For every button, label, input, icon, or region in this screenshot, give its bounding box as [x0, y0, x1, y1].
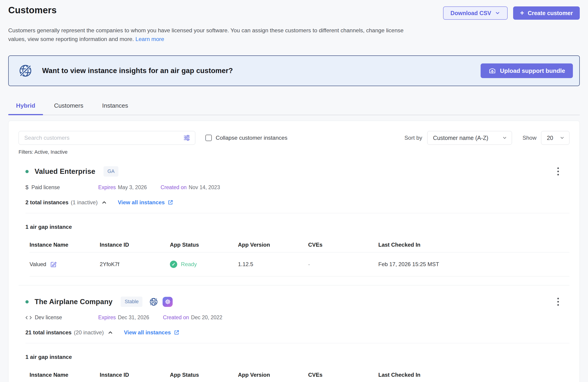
show-value: 20 [547, 135, 553, 141]
external-link-icon [167, 199, 173, 205]
chevron-down-icon [495, 10, 500, 16]
search-box [19, 131, 195, 145]
created-item: Created onDec 20, 2022 [163, 315, 223, 321]
license-type-label: Dev license [35, 315, 62, 321]
active-filters-text: Filters: Active, Inactive [19, 149, 569, 155]
expires-item: ExpiresMay 3, 2026 [98, 184, 147, 191]
page-description: Customers generally represent the compan… [8, 26, 418, 43]
learn-more-link[interactable]: Learn more [136, 36, 164, 42]
filter-sliders-icon[interactable] [183, 134, 190, 142]
show-control: Show 20 [523, 131, 569, 145]
divider [25, 213, 569, 213]
instances-summary-row: 2 total instances (1 inactive) View all … [25, 199, 569, 206]
sort-by-value: Customer name (A-Z) [433, 135, 488, 141]
sort-by-control: Sort by Customer name (A-Z) [404, 131, 512, 145]
col-app-version: App Version [238, 367, 308, 382]
instances-table: Instance Name Instance ID App Status App… [30, 236, 569, 276]
table-header-row: Instance Name Instance ID App Status App… [30, 367, 569, 382]
download-csv-button[interactable]: Download CSV [443, 6, 508, 20]
create-customer-button[interactable]: + Create customer [513, 6, 580, 20]
cves-value: - [308, 252, 378, 276]
col-last-checked-in: Last Checked In [378, 236, 569, 252]
view-all-instances-label: View all instances [124, 329, 171, 336]
upload-support-bundle-button[interactable]: Upload support bundle [481, 64, 573, 78]
col-instance-name: Instance Name [30, 236, 100, 252]
customer-header: The Airplane Company Stable ☸ [25, 296, 569, 308]
created-on-label: Created on [163, 315, 189, 320]
customer-name[interactable]: Valued Enterprise [35, 168, 95, 176]
active-status-dot [25, 300, 29, 303]
download-csv-label: Download CSV [450, 10, 491, 17]
customer-section-airplane-company: The Airplane Company Stable ☸ [19, 296, 569, 382]
col-app-status: App Status [170, 236, 238, 252]
license-type-label: Paid license [31, 184, 60, 191]
dollar-icon: $ [25, 184, 28, 191]
customer-meta: $ Paid license ExpiresMay 3, 2026 Create… [25, 184, 569, 191]
customer-meta: Dev license ExpiresDec 31, 2026 Created … [25, 315, 569, 321]
show-label: Show [523, 135, 536, 141]
view-all-instances-link[interactable]: View all instances [118, 199, 173, 206]
collapse-instances-control: Collapse customer instances [205, 135, 287, 141]
edit-instance-name-icon[interactable] [50, 261, 57, 268]
external-link-icon [174, 330, 180, 336]
channel-badge: GA [104, 166, 118, 177]
show-select[interactable]: 20 [541, 131, 569, 145]
instances-table: Instance Name Instance ID App Status App… [30, 367, 569, 382]
instance-id: 2YfoK7f [100, 252, 170, 276]
total-instances-count: 21 total instances [25, 329, 71, 336]
plus-icon: + [520, 9, 524, 16]
tab-hybrid[interactable]: Hybrid [8, 98, 43, 115]
tab-instances[interactable]: Instances [94, 98, 136, 115]
view-all-instances-label: View all instances [118, 199, 165, 206]
collapse-instances-label: Collapse customer instances [216, 135, 287, 141]
customer-section-valued-enterprise: Valued Enterprise GA $ Paid license Expi… [19, 166, 569, 276]
airgap-instances-heading: 1 air gap instance [25, 354, 569, 360]
upload-icon [488, 67, 496, 75]
instance-name: Valued [30, 261, 46, 268]
customer-separator [19, 285, 569, 285]
inactive-instances-count: (20 inactive) [74, 329, 104, 336]
app-status: Ready [181, 261, 197, 268]
app-version: 1.12.5 [238, 252, 308, 276]
airgap-globe-icon [18, 63, 33, 78]
license-type: Dev license [25, 315, 98, 321]
customer-name[interactable]: The Airplane Company [35, 298, 112, 306]
collapse-toggle-chevron-up-icon[interactable] [101, 199, 107, 205]
view-all-instances-link[interactable]: View all instances [124, 329, 180, 336]
table-header-row: Instance Name Instance ID App Status App… [30, 236, 569, 252]
customers-page: Customers Download CSV + Create customer… [0, 0, 588, 382]
expires-date: Dec 31, 2026 [118, 315, 149, 320]
collapse-toggle-chevron-up-icon[interactable] [107, 330, 113, 336]
upload-support-bundle-label: Upload support bundle [500, 67, 565, 74]
collapse-instances-checkbox[interactable] [205, 135, 212, 141]
view-tabs: Hybrid Customers Instances [8, 98, 580, 115]
customer-kebab-menu[interactable] [555, 166, 561, 177]
airgap-instances-heading: 1 air gap instance [25, 224, 569, 230]
status-ready-check-icon: ✓ [170, 261, 177, 268]
created-item: Created onNov 14, 2023 [161, 184, 220, 191]
col-cves: CVEs [308, 236, 378, 252]
kubernetes-icon: ☸ [163, 297, 173, 307]
license-type: $ Paid license [25, 184, 98, 191]
banner-title: Want to view instance insights for an ai… [42, 67, 471, 75]
table-row: Valued 2YfoK7f [30, 252, 569, 276]
expires-label: Expires [98, 315, 116, 320]
chevron-down-icon [502, 135, 507, 140]
list-controls: Collapse customer instances Sort by Cust… [19, 131, 569, 145]
last-checked-in: Feb 17, 2026 15:25 MST [378, 252, 569, 276]
created-on-label: Created on [161, 184, 187, 190]
customer-kebab-menu[interactable] [555, 296, 561, 308]
tab-customers[interactable]: Customers [46, 98, 91, 115]
sort-by-select[interactable]: Customer name (A-Z) [427, 131, 512, 145]
divider [25, 343, 569, 343]
airgap-globe-icon [149, 297, 158, 307]
inactive-instances-count: (1 inactive) [71, 199, 98, 206]
col-cves: CVEs [308, 367, 378, 382]
sort-by-label: Sort by [404, 135, 422, 141]
col-instance-id: Instance ID [100, 367, 170, 382]
col-app-status: App Status [170, 367, 238, 382]
col-last-checked-in: Last Checked In [378, 367, 569, 382]
instances-summary-row: 21 total instances (20 inactive) View al… [25, 329, 569, 336]
col-instance-name: Instance Name [30, 367, 100, 382]
search-input[interactable] [24, 134, 183, 141]
